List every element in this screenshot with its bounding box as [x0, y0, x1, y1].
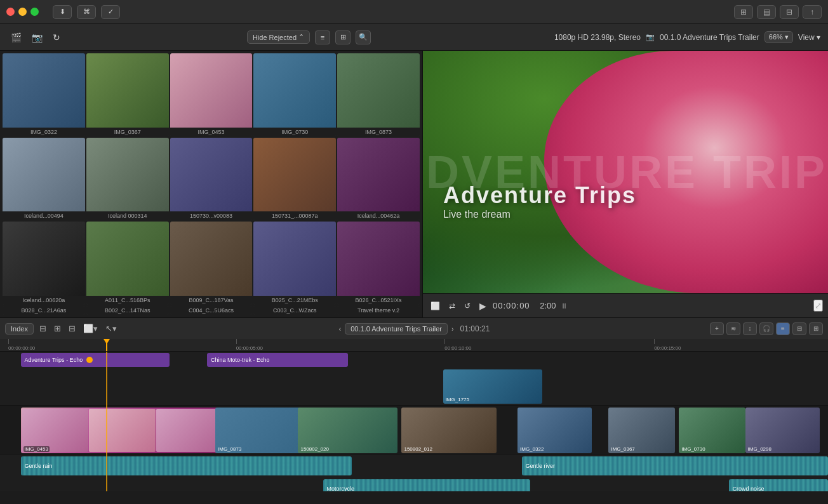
crop-button[interactable]: ↺ — [462, 300, 473, 312]
media-item-m7[interactable]: Iceland 000314 — [86, 138, 169, 221]
media-item-m9[interactable]: 150731_...00087a — [253, 138, 336, 221]
clip-motorcycle[interactable]: Motorcycle — [323, 479, 530, 491]
media-item-m15[interactable]: B026_C...0521IXs — [337, 222, 420, 305]
media-item-m1[interactable]: IMG_0322 — [3, 53, 85, 136]
timeline-toolbar: Index ⊟ ⊞ ⊟ ⬜▾ ↖▾ ‹ 00.1.0 Adventure Tri… — [0, 317, 828, 339]
list-view-button[interactable]: ≡ — [315, 30, 330, 44]
clip-img0453-label: IMG_0453 — [23, 446, 50, 452]
clip-gentle-rain-label: Gentle rain — [25, 463, 53, 469]
video-scope-button[interactable]: ⬜ — [428, 300, 443, 312]
media-item-m19[interactable]: C003_C...WZacs — [253, 306, 336, 315]
share-icon[interactable]: ↑ — [803, 5, 822, 19]
timeline-view-button[interactable]: ⊞ — [809, 322, 823, 335]
media-item-m20[interactable]: Travel theme v.2 — [337, 306, 420, 315]
play-button[interactable]: ▶ — [477, 300, 489, 312]
nav-right-button[interactable]: › — [451, 325, 454, 333]
media-item-m11[interactable]: Iceland...00620a — [3, 222, 85, 305]
titlebar: ⬇ ⌘ ✓ ⊞ ▤ ⊟ ↑ — [0, 0, 828, 24]
media-item-m10[interactable]: Iceland...00462a — [337, 138, 420, 221]
select-tool-icon[interactable]: ↖▾ — [104, 322, 119, 335]
clip-img0730[interactable]: IMG_0730 — [679, 408, 745, 453]
playhead-triangle — [104, 339, 110, 344]
audio-waveform-button[interactable]: ≋ — [726, 322, 740, 335]
import-button[interactable]: ↻ — [50, 30, 63, 44]
media-item-m18[interactable]: C004_C...5U6acs — [170, 306, 253, 315]
download-icon[interactable]: ⬇ — [53, 5, 72, 19]
clip-height-button[interactable]: ⊟ — [792, 322, 806, 335]
clip-150802012[interactable]: 150802_012 — [401, 408, 497, 453]
media-item-m3[interactable]: IMG_0453 — [170, 53, 253, 136]
film-strip-icon[interactable]: ▤ — [757, 5, 776, 19]
connected-clips-row: Adventure Trips - Echo China Moto-trek -… — [0, 352, 828, 368]
format-label: 1080p HD 23.98p, Stereo — [554, 33, 641, 42]
media-thumb-m12 — [86, 222, 169, 296]
connect-button[interactable]: ≡ — [776, 322, 790, 335]
add-clip-button[interactable]: + — [710, 322, 724, 335]
timecode-separator — [534, 301, 537, 310]
media-item-m5[interactable]: IMG_0873 — [337, 53, 420, 136]
media-item-m6[interactable]: Iceland...00494 — [3, 138, 85, 221]
clip-gentle-river[interactable]: Gentle river — [522, 456, 828, 475]
timeline-right-controls: + ≋ ↕ 🎧 ≡ ⊟ ⊞ — [710, 322, 823, 335]
clip-china-moto-trek-echo[interactable]: China Moto-trek - Echo — [207, 353, 348, 367]
pause-indicator: II — [563, 302, 566, 310]
clip-img1775[interactable]: IMG_1775 — [443, 369, 542, 404]
media-item-m17[interactable]: B002_C...14TNas — [86, 306, 169, 315]
search-button[interactable]: 🔍 — [356, 30, 371, 44]
sequence-title: 00.1.0 Adventure Trips Trailer — [345, 323, 448, 335]
media-thumb-m3 — [170, 53, 253, 128]
sliders-icon[interactable]: ⊟ — [780, 5, 799, 19]
clip-connection-icon[interactable]: ⊟ — [37, 322, 48, 335]
fullscreen-button[interactable]: ⤢ — [813, 300, 823, 312]
media-item-m14[interactable]: B025_C...21MEbs — [253, 222, 336, 305]
clip-adventure-trips-echo[interactable]: Adventure Trips - Echo — [21, 353, 170, 367]
minimize-button[interactable] — [18, 8, 27, 16]
zoom-arrow: ▾ — [785, 33, 789, 41]
clip-motorcycle-label: Motorcycle — [327, 486, 355, 491]
clip-crowd-noise[interactable]: Crowd noise — [729, 479, 828, 491]
film-library-button[interactable]: 🎬 — [8, 30, 25, 44]
index-button[interactable]: Index — [5, 323, 34, 335]
clip-img0873-label: IMG_0873 — [218, 446, 241, 452]
clip-crowd-noise-label: Crowd noise — [733, 486, 765, 491]
nav-left-button[interactable]: ‹ — [339, 325, 342, 333]
media-item-m16[interactable]: B028_C...21A6as — [3, 306, 85, 315]
camera-icon-small: 📷 — [646, 33, 655, 41]
tracks-container: Adventure Trips - Echo China Moto-trek -… — [0, 352, 828, 491]
media-item-m8[interactable]: 150730...v00083 — [170, 138, 253, 221]
hide-rejected-button[interactable]: Hide Rejected ⌃ — [247, 30, 310, 44]
clip-150802020[interactable]: 150802_020 — [298, 408, 397, 453]
clip-trim-icon[interactable]: ⬜▾ — [81, 322, 100, 335]
audio-meters-button[interactable]: ↕ — [743, 322, 757, 335]
transform-button[interactable]: ⇄ — [446, 300, 458, 312]
headphones-button[interactable]: 🎧 — [759, 322, 773, 335]
clip-collapse-icon[interactable]: ⊟ — [67, 322, 77, 335]
duration-display: 2:00 — [540, 301, 556, 310]
media-label-m13: B009_C...187Vas — [170, 296, 253, 305]
zoom-button[interactable]: 66% ▾ — [765, 31, 793, 43]
clip-expand-icon[interactable]: ⊞ — [52, 322, 63, 335]
titlebar-left-icons: ⬇ ⌘ ✓ — [53, 5, 120, 19]
audio-track-1: Gentle rain Gentle river — [0, 454, 828, 477]
clip-img0367[interactable]: IMG_0367 — [608, 408, 674, 453]
grid-view-icon[interactable]: ⊞ — [734, 5, 753, 19]
group-view-button[interactable]: ⊞ — [335, 30, 351, 44]
clip-gentle-rain[interactable]: Gentle rain — [21, 456, 352, 475]
media-label-m17: B002_C...14TNas — [86, 306, 169, 315]
clip-img0322[interactable]: IMG_0322 — [518, 408, 592, 453]
gentle-rain-waveform — [21, 456, 352, 475]
media-item-m2[interactable]: IMG_0367 — [86, 53, 169, 136]
media-item-m4[interactable]: IMG_0730 — [253, 53, 336, 136]
maximize-button[interactable] — [30, 8, 39, 16]
media-item-m12[interactable]: A011_C...516BPs — [86, 222, 169, 305]
key-icon[interactable]: ⌘ — [77, 5, 96, 19]
checkmark-icon[interactable]: ✓ — [101, 5, 120, 19]
media-item-m13[interactable]: B009_C...187Vas — [170, 222, 253, 305]
close-button[interactable] — [6, 8, 15, 16]
view-button[interactable]: View ▾ — [798, 33, 820, 42]
clip-img0453[interactable]: IMG_0453 — [21, 408, 224, 453]
clip-img0298[interactable]: IMG_0298 — [745, 408, 820, 453]
camera-button[interactable]: 📷 — [29, 30, 46, 44]
preview-panel: ADVENTURE TRIPS Adventure Trips Live the… — [423, 51, 828, 317]
lower-section: Index ⊟ ⊞ ⊟ ⬜▾ ↖▾ ‹ 00.1.0 Adventure Tri… — [0, 317, 828, 504]
